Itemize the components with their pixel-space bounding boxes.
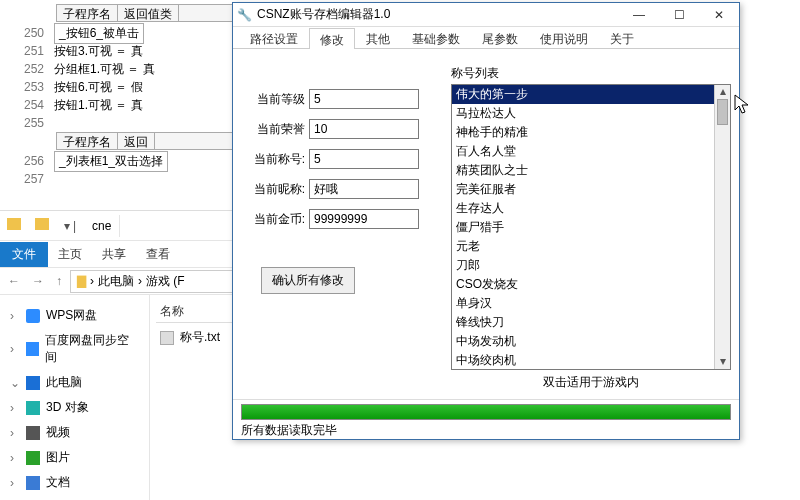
bd-icon xyxy=(26,342,40,356)
ribbon-file[interactable]: 文件 xyxy=(0,242,48,267)
chevron-icon: › xyxy=(10,426,20,440)
code-row: 253按钮6.可视 ＝ 假 xyxy=(0,78,240,96)
tab-4[interactable]: 尾参数 xyxy=(471,27,529,48)
tab-0[interactable]: 路径设置 xyxy=(239,27,309,48)
code-editor-background: 子程序名 返回值类 250 _按钮6_被单击 251按钮3.可视 ＝ 真252分… xyxy=(0,0,240,200)
confirm-button[interactable]: 确认所有修改 xyxy=(261,267,355,294)
line-number: 253 xyxy=(0,80,54,94)
explorer-tabbar: ▾ | cne xyxy=(0,211,240,241)
list-item[interactable]: 单身汉 xyxy=(452,294,730,313)
folder-icon xyxy=(0,218,28,233)
title-label: 当前称号: xyxy=(241,151,305,168)
sidebar-item[interactable]: ›WPS网盘 xyxy=(4,303,145,328)
gold-input[interactable] xyxy=(309,209,419,229)
listbox-hint: 双击适用于游戏内 xyxy=(451,374,731,391)
chevron-down-icon[interactable]: ▾ | xyxy=(56,219,84,233)
title-input[interactable] xyxy=(309,149,419,169)
scroll-thumb[interactable] xyxy=(717,99,728,125)
crumb-drive[interactable]: 游戏 (F xyxy=(146,273,185,290)
list-item[interactable]: 伟大的第一步 xyxy=(452,85,730,104)
code-row: 250 _按钮6_被单击 xyxy=(0,24,240,42)
title-bar[interactable]: 🔧 CSNZ账号存档编辑器1.0 — ☐ ✕ xyxy=(233,3,739,27)
chevron-icon: › xyxy=(10,309,20,323)
tab-5[interactable]: 使用说明 xyxy=(529,27,599,48)
crumb-pc[interactable]: 此电脑 xyxy=(98,273,134,290)
ribbon-share[interactable]: 共享 xyxy=(92,242,136,267)
chevron-icon: › xyxy=(10,451,20,465)
sidebar-item-label: 文档 xyxy=(46,474,70,491)
sidebar-item[interactable]: ›图片 xyxy=(4,445,145,470)
file-item[interactable]: 称号.txt xyxy=(156,323,234,352)
chevron-icon: ⌄ xyxy=(10,376,20,390)
nick-input[interactable] xyxy=(309,179,419,199)
pc-icon xyxy=(26,376,40,390)
list-item[interactable]: 僵尸猎手 xyxy=(452,218,730,237)
scrollbar[interactable]: ▴ ▾ xyxy=(714,85,730,369)
code-row: 251按钮3.可视 ＝ 真 xyxy=(0,42,240,60)
list-item[interactable]: 完美征服者 xyxy=(452,180,730,199)
honor-input[interactable] xyxy=(309,119,419,139)
list-item[interactable]: 神枪手的精准 xyxy=(452,123,730,142)
tab-3[interactable]: 基础参数 xyxy=(401,27,471,48)
column-name[interactable]: 名称 xyxy=(156,301,234,323)
sidebar-item[interactable]: ›文档 xyxy=(4,470,145,495)
scroll-up-icon[interactable]: ▴ xyxy=(715,85,730,99)
folder-icon xyxy=(28,218,56,233)
file-explorer: ▾ | cne 文件 主页 共享 查看 ← → ↑ ▇ › 此电脑 › 游戏 (… xyxy=(0,210,240,500)
list-item[interactable]: 马拉松达人 xyxy=(452,104,730,123)
list-item[interactable]: CSO发烧友 xyxy=(452,275,730,294)
ribbon-home[interactable]: 主页 xyxy=(48,242,92,267)
status-text: 所有数据读取完毕 xyxy=(241,422,731,439)
list-item[interactable]: 刀郎 xyxy=(452,256,730,275)
list-item[interactable]: 锋线快刀 xyxy=(452,313,730,332)
list-item[interactable]: 精英团队之士 xyxy=(452,161,730,180)
col-subname: 子程序名 xyxy=(57,5,118,21)
doc-icon xyxy=(26,476,40,490)
tab-strip: 路径设置修改其他基础参数尾参数使用说明关于 xyxy=(233,27,739,49)
sidebar-item[interactable]: ›视频 xyxy=(4,420,145,445)
chevron-icon: › xyxy=(10,401,20,415)
sidebar-item[interactable]: ›百度网盘同步空间 xyxy=(4,328,145,370)
list-item[interactable]: 元老 xyxy=(452,237,730,256)
nick-label: 当前昵称: xyxy=(241,181,305,198)
wps-icon xyxy=(26,309,40,323)
list-item[interactable]: 中场发动机 xyxy=(452,332,730,351)
ribbon: 文件 主页 共享 查看 xyxy=(0,241,240,267)
nav-fwd-icon[interactable]: → xyxy=(28,274,48,288)
ribbon-view[interactable]: 查看 xyxy=(136,242,180,267)
maximize-button[interactable]: ☐ xyxy=(659,3,699,27)
close-button[interactable]: ✕ xyxy=(699,3,739,27)
nav-up-icon[interactable]: ↑ xyxy=(52,274,66,288)
minimize-button[interactable]: — xyxy=(619,3,659,27)
line-number: 254 xyxy=(0,98,54,112)
list-item[interactable]: 生存达人 xyxy=(452,199,730,218)
code-text: 按钮1.可视 ＝ 真 xyxy=(54,97,143,114)
line-number: 257 xyxy=(0,172,54,186)
list-item[interactable]: 百人名人堂 xyxy=(452,142,730,161)
title-listbox[interactable]: 伟大的第一步马拉松达人神枪手的精准百人名人堂精英团队之士完美征服者生存达人僵尸猎… xyxy=(451,84,731,370)
tab-6[interactable]: 关于 xyxy=(599,27,645,48)
nav-back-icon[interactable]: ← xyxy=(4,274,24,288)
list-item[interactable]: 中场绞肉机 xyxy=(452,351,730,369)
window-title: CSNZ账号存档编辑器1.0 xyxy=(255,6,619,23)
explorer-tab[interactable]: cne xyxy=(84,215,120,237)
sidebar-item[interactable]: ⌄此电脑 xyxy=(4,370,145,395)
sidebar-item[interactable]: ›3D 对象 xyxy=(4,395,145,420)
tab-2[interactable]: 其他 xyxy=(355,27,401,48)
chevron-icon: › xyxy=(10,476,20,490)
code-row: 254按钮1.可视 ＝ 真 xyxy=(0,96,240,114)
vid-icon xyxy=(26,426,40,440)
address-bar: ← → ↑ ▇ › 此电脑 › 游戏 (F xyxy=(0,267,240,295)
edit-form: 当前等级 当前荣誉 当前称号: 当前昵称: 当前金币: 确认所有修改 xyxy=(241,59,451,391)
tab-1[interactable]: 修改 xyxy=(309,28,355,49)
sub-table-header: 子程序名 返回值类 xyxy=(56,4,240,22)
scroll-down-icon[interactable]: ▾ xyxy=(715,355,730,369)
chevron-icon: › xyxy=(10,342,20,356)
level-input[interactable] xyxy=(309,89,419,109)
honor-label: 当前荣誉 xyxy=(241,121,305,138)
sub-table-header2: 子程序名 返回 xyxy=(56,132,240,150)
editor-window: 🔧 CSNZ账号存档编辑器1.0 — ☐ ✕ 路径设置修改其他基础参数尾参数使用… xyxy=(232,2,740,440)
breadcrumb[interactable]: ▇ › 此电脑 › 游戏 (F xyxy=(70,270,236,293)
code-row: 252分组框1.可视 ＝ 真 xyxy=(0,60,240,78)
gold-label: 当前金币: xyxy=(241,211,305,228)
